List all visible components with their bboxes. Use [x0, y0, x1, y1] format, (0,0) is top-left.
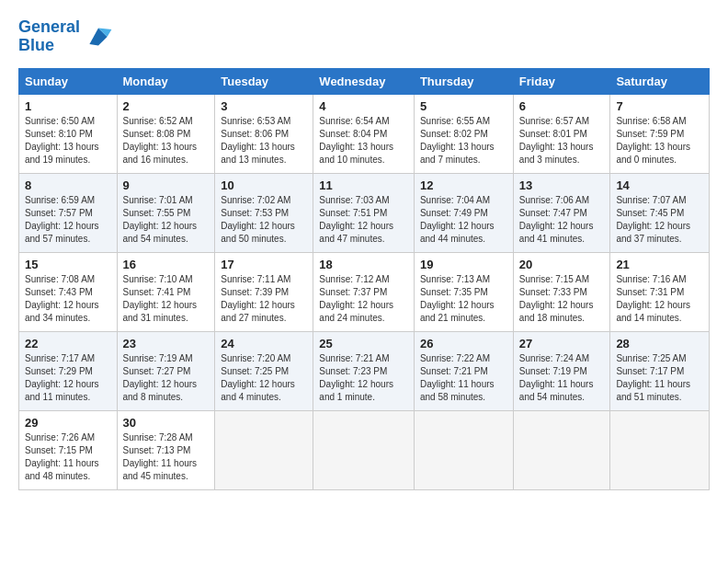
day-cell: 23Sunrise: 7:19 AMSunset: 7:27 PMDayligh… [117, 331, 215, 410]
day-cell: 27Sunrise: 7:24 AMSunset: 7:19 PMDayligh… [513, 331, 610, 410]
day-number: 12 [420, 178, 507, 192]
day-info: Sunrise: 7:01 AMSunset: 7:55 PMDaylight:… [123, 194, 210, 246]
day-info: Sunrise: 7:06 AMSunset: 7:47 PMDaylight:… [519, 194, 605, 246]
day-cell: 13Sunrise: 7:06 AMSunset: 7:47 PMDayligh… [513, 173, 610, 252]
day-cell: 28Sunrise: 7:25 AMSunset: 7:17 PMDayligh… [610, 331, 710, 410]
day-cell [414, 410, 513, 489]
day-info: Sunrise: 7:22 AMSunset: 7:21 PMDaylight:… [420, 352, 507, 404]
day-cell: 3Sunrise: 6:53 AMSunset: 8:06 PMDaylight… [215, 94, 313, 173]
day-cell: 29Sunrise: 7:26 AMSunset: 7:15 PMDayligh… [19, 410, 118, 489]
day-number: 19 [420, 258, 507, 271]
day-number: 5 [420, 99, 507, 113]
day-number: 21 [616, 258, 703, 271]
day-cell: 24Sunrise: 7:20 AMSunset: 7:25 PMDayligh… [215, 331, 313, 410]
header-cell-monday: Monday [117, 68, 215, 94]
day-info: Sunrise: 6:54 AMSunset: 8:04 PMDaylight:… [319, 115, 408, 167]
week-row-2: 15Sunrise: 7:08 AMSunset: 7:43 PMDayligh… [19, 252, 710, 331]
day-number: 2 [123, 99, 210, 113]
day-cell: 19Sunrise: 7:13 AMSunset: 7:35 PMDayligh… [414, 252, 513, 331]
day-info: Sunrise: 6:52 AMSunset: 8:08 PMDaylight:… [123, 115, 210, 167]
day-number: 25 [319, 337, 408, 350]
calendar-table: SundayMondayTuesdayWednesdayThursdayFrid… [18, 68, 710, 490]
header-cell-saturday: Saturday [610, 68, 710, 94]
day-cell: 16Sunrise: 7:10 AMSunset: 7:41 PMDayligh… [117, 252, 215, 331]
day-info: Sunrise: 7:16 AMSunset: 7:31 PMDaylight:… [616, 273, 703, 325]
day-number: 15 [25, 258, 111, 271]
day-info: Sunrise: 7:15 AMSunset: 7:33 PMDaylight:… [519, 273, 605, 325]
day-info: Sunrise: 7:07 AMSunset: 7:45 PMDaylight:… [616, 194, 703, 246]
day-cell: 30Sunrise: 7:28 AMSunset: 7:13 PMDayligh… [117, 410, 215, 489]
day-info: Sunrise: 7:19 AMSunset: 7:27 PMDaylight:… [123, 352, 210, 404]
day-info: Sunrise: 7:04 AMSunset: 7:49 PMDaylight:… [420, 194, 507, 246]
day-cell: 8Sunrise: 6:59 AMSunset: 7:57 PMDaylight… [19, 173, 118, 252]
day-number: 13 [519, 178, 605, 192]
day-number: 30 [123, 416, 210, 430]
header-cell-tuesday: Tuesday [215, 68, 313, 94]
day-info: Sunrise: 7:28 AMSunset: 7:13 PMDaylight:… [123, 431, 210, 483]
day-info: Sunrise: 7:08 AMSunset: 7:43 PMDaylight:… [25, 273, 111, 325]
day-cell [313, 410, 415, 489]
header-row: SundayMondayTuesdayWednesdayThursdayFrid… [19, 68, 710, 94]
day-info: Sunrise: 6:57 AMSunset: 8:01 PMDaylight:… [519, 115, 605, 167]
day-info: Sunrise: 6:50 AMSunset: 8:10 PMDaylight:… [25, 115, 111, 167]
day-cell [513, 410, 610, 489]
day-number: 11 [319, 178, 408, 192]
day-number: 14 [616, 178, 703, 192]
day-number: 4 [319, 99, 408, 113]
logo-blue: Blue [18, 37, 80, 55]
day-cell: 14Sunrise: 7:07 AMSunset: 7:45 PMDayligh… [610, 173, 710, 252]
day-info: Sunrise: 7:02 AMSunset: 7:53 PMDaylight:… [221, 194, 307, 246]
day-info: Sunrise: 6:55 AMSunset: 8:02 PMDaylight:… [420, 115, 507, 167]
day-info: Sunrise: 7:12 AMSunset: 7:37 PMDaylight:… [319, 273, 408, 325]
day-number: 18 [319, 258, 408, 271]
day-number: 23 [123, 337, 210, 350]
day-cell: 26Sunrise: 7:22 AMSunset: 7:21 PMDayligh… [414, 331, 513, 410]
day-cell: 10Sunrise: 7:02 AMSunset: 7:53 PMDayligh… [215, 173, 313, 252]
day-number: 10 [221, 178, 307, 192]
header: General Blue [18, 18, 710, 55]
header-cell-wednesday: Wednesday [313, 68, 415, 94]
day-cell: 2Sunrise: 6:52 AMSunset: 8:08 PMDaylight… [117, 94, 215, 173]
day-cell: 7Sunrise: 6:58 AMSunset: 7:59 PMDaylight… [610, 94, 710, 173]
day-cell: 1Sunrise: 6:50 AMSunset: 8:10 PMDaylight… [19, 94, 118, 173]
day-cell [610, 410, 710, 489]
day-info: Sunrise: 7:17 AMSunset: 7:29 PMDaylight:… [25, 352, 111, 404]
week-row-4: 29Sunrise: 7:26 AMSunset: 7:15 PMDayligh… [19, 410, 710, 489]
day-number: 6 [519, 99, 605, 113]
day-info: Sunrise: 7:11 AMSunset: 7:39 PMDaylight:… [221, 273, 307, 325]
day-info: Sunrise: 7:26 AMSunset: 7:15 PMDaylight:… [25, 431, 111, 483]
day-number: 29 [25, 416, 111, 430]
day-info: Sunrise: 7:24 AMSunset: 7:19 PMDaylight:… [519, 352, 605, 404]
day-number: 9 [123, 178, 210, 192]
day-info: Sunrise: 6:58 AMSunset: 7:59 PMDaylight:… [616, 115, 703, 167]
day-info: Sunrise: 7:10 AMSunset: 7:41 PMDaylight:… [123, 273, 210, 325]
day-number: 20 [519, 258, 605, 271]
day-cell: 9Sunrise: 7:01 AMSunset: 7:55 PMDaylight… [117, 173, 215, 252]
day-cell: 20Sunrise: 7:15 AMSunset: 7:33 PMDayligh… [513, 252, 610, 331]
logo-text: General [18, 18, 80, 37]
logo: General Blue [18, 18, 113, 55]
logo-icon [84, 22, 113, 52]
day-number: 24 [221, 337, 307, 350]
day-number: 1 [25, 99, 111, 113]
week-row-3: 22Sunrise: 7:17 AMSunset: 7:29 PMDayligh… [19, 331, 710, 410]
week-row-0: 1Sunrise: 6:50 AMSunset: 8:10 PMDaylight… [19, 94, 710, 173]
day-number: 22 [25, 337, 111, 350]
day-number: 3 [221, 99, 307, 113]
day-cell: 5Sunrise: 6:55 AMSunset: 8:02 PMDaylight… [414, 94, 513, 173]
logo-general: General [18, 17, 80, 36]
header-cell-friday: Friday [513, 68, 610, 94]
day-cell: 21Sunrise: 7:16 AMSunset: 7:31 PMDayligh… [610, 252, 710, 331]
day-info: Sunrise: 7:21 AMSunset: 7:23 PMDaylight:… [319, 352, 408, 404]
day-number: 17 [221, 258, 307, 271]
day-cell [215, 410, 313, 489]
day-cell: 22Sunrise: 7:17 AMSunset: 7:29 PMDayligh… [19, 331, 118, 410]
day-cell: 11Sunrise: 7:03 AMSunset: 7:51 PMDayligh… [313, 173, 415, 252]
day-cell: 18Sunrise: 7:12 AMSunset: 7:37 PMDayligh… [313, 252, 415, 331]
day-number: 16 [123, 258, 210, 271]
day-info: Sunrise: 7:03 AMSunset: 7:51 PMDaylight:… [319, 194, 408, 246]
day-cell: 17Sunrise: 7:11 AMSunset: 7:39 PMDayligh… [215, 252, 313, 331]
page: General Blue SundayMondayTuesdayWednesda… [0, 0, 728, 563]
header-cell-sunday: Sunday [19, 68, 118, 94]
day-number: 8 [25, 178, 111, 192]
